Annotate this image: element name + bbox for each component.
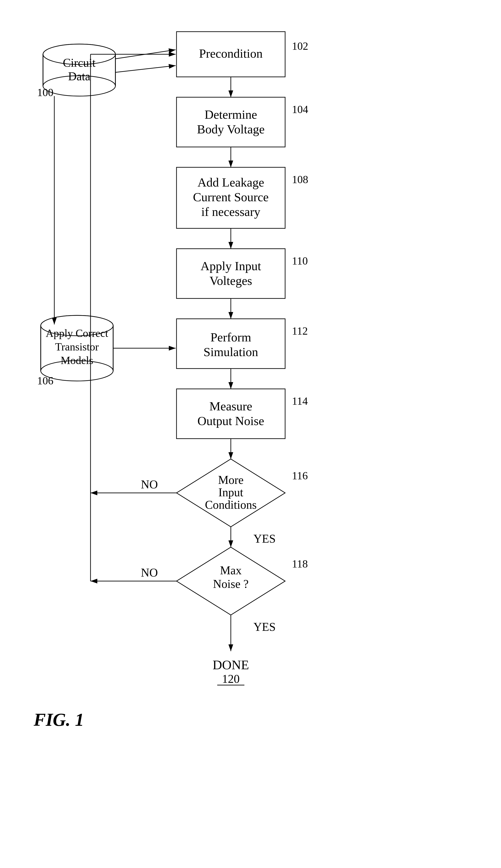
al-label3: if necessary — [201, 205, 260, 219]
transistor-label2: Transistor — [55, 341, 99, 353]
precondition-label: Precondition — [199, 46, 263, 61]
measure-output-noise-box — [177, 389, 285, 439]
ref-114: 114 — [292, 395, 308, 407]
mn-label2: Noise ? — [213, 578, 248, 590]
mic-label3: Conditions — [205, 498, 257, 511]
ref-108: 108 — [292, 173, 308, 185]
aiv-label1: Apply Input — [201, 259, 261, 273]
al-label2: Current Source — [193, 190, 269, 204]
determine-body-voltage-box — [177, 97, 285, 147]
arrow-cd-pre-2 — [115, 66, 175, 72]
aiv-label2: Volteges — [210, 274, 252, 288]
ref-110: 110 — [292, 255, 308, 267]
dbv-label2: Body Voltage — [197, 122, 265, 136]
mn-label1: Max — [220, 564, 242, 577]
ref-116: 116 — [292, 470, 308, 482]
mon-label2: Output Noise — [198, 414, 264, 428]
ps-label1: Perform — [211, 330, 251, 344]
ps-label2: Simulation — [203, 345, 258, 359]
ref-118: 118 — [292, 558, 308, 570]
ref-106: 106 — [37, 375, 53, 387]
ref-102: 102 — [292, 40, 308, 52]
ref-112: 112 — [292, 325, 308, 337]
no1-label: NO — [141, 478, 158, 491]
mic-label2: Input — [218, 486, 243, 499]
mic-label1: More — [218, 473, 244, 486]
transistor-label3: Models — [61, 354, 93, 366]
flowchart-diagram: Circuit Data 100 Precondition 102 Determ… — [13, 13, 489, 850]
ref-100: 100 — [37, 86, 53, 98]
al-label1: Add Leakage — [198, 175, 264, 189]
transistor-label1: Apply Correct — [46, 327, 108, 339]
ref-104: 104 — [292, 103, 308, 115]
dbv-label1: Determine — [205, 108, 257, 121]
done-label: DONE — [213, 658, 249, 672]
no2-label: NO — [141, 566, 158, 579]
ref-120: 120 — [222, 672, 239, 685]
circuit-data-label2: Data — [68, 70, 90, 83]
fig-label: FIG. 1 — [33, 710, 84, 729]
apply-input-voltages-box — [177, 249, 285, 298]
yes1-label: YES — [254, 532, 276, 545]
mon-label1: Measure — [209, 399, 252, 413]
yes2-label: YES — [254, 620, 276, 633]
